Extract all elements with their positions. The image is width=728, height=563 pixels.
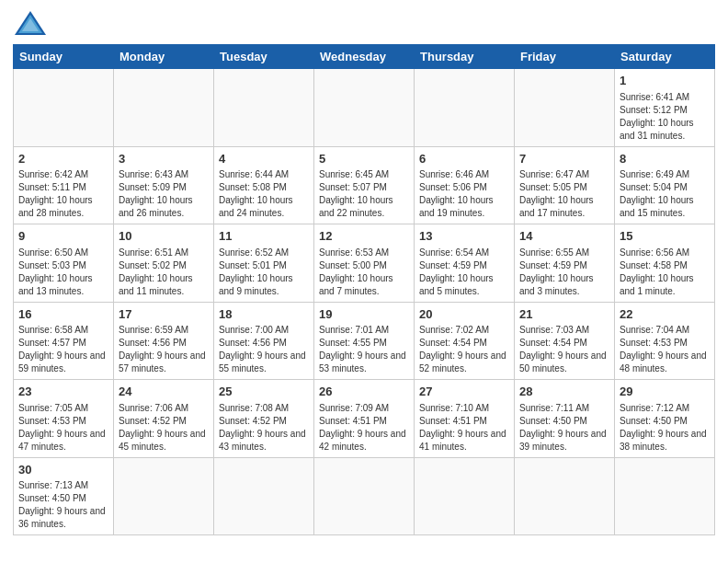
day-number: 20 bbox=[419, 306, 509, 323]
day-number: 17 bbox=[119, 306, 209, 323]
calendar: SundayMondayTuesdayWednesdayThursdayFrid… bbox=[13, 44, 715, 535]
day-number: 14 bbox=[519, 228, 609, 245]
calendar-cell: 10Sunrise: 6:51 AM Sunset: 5:02 PM Dayli… bbox=[114, 224, 214, 303]
day-info: Sunrise: 6:53 AM Sunset: 5:00 PM Dayligh… bbox=[319, 247, 409, 298]
day-info: Sunrise: 6:55 AM Sunset: 4:59 PM Dayligh… bbox=[519, 247, 609, 298]
day-number: 1 bbox=[620, 73, 710, 89]
weekday-header-sunday: Sunday bbox=[14, 45, 114, 69]
calendar-cell: 13Sunrise: 6:54 AM Sunset: 4:59 PM Dayli… bbox=[415, 224, 515, 303]
day-info: Sunrise: 6:42 AM Sunset: 5:11 PM Dayligh… bbox=[18, 168, 108, 220]
day-info: Sunrise: 6:58 AM Sunset: 4:57 PM Dayligh… bbox=[18, 324, 108, 375]
day-number: 3 bbox=[119, 151, 209, 167]
day-info: Sunrise: 7:01 AM Sunset: 4:55 PM Dayligh… bbox=[319, 324, 409, 375]
calendar-cell: 18Sunrise: 7:00 AM Sunset: 4:56 PM Dayli… bbox=[214, 302, 314, 380]
day-number: 30 bbox=[18, 462, 108, 478]
calendar-cell: 1Sunrise: 6:41 AM Sunset: 5:12 PM Daylig… bbox=[615, 69, 715, 147]
day-info: Sunrise: 7:09 AM Sunset: 4:51 PM Dayligh… bbox=[319, 402, 409, 454]
day-info: Sunrise: 6:44 AM Sunset: 5:08 PM Dayligh… bbox=[219, 168, 309, 220]
day-number: 22 bbox=[620, 306, 710, 323]
day-number: 2 bbox=[18, 151, 108, 167]
calendar-week-row: 23Sunrise: 7:05 AM Sunset: 4:53 PM Dayli… bbox=[14, 380, 715, 458]
day-info: Sunrise: 6:51 AM Sunset: 5:02 PM Dayligh… bbox=[119, 247, 209, 298]
day-info: Sunrise: 7:12 AM Sunset: 4:50 PM Dayligh… bbox=[620, 402, 710, 454]
day-number: 21 bbox=[519, 306, 609, 323]
day-number: 6 bbox=[419, 151, 509, 167]
calendar-cell: 23Sunrise: 7:05 AM Sunset: 4:53 PM Dayli… bbox=[14, 380, 114, 458]
day-info: Sunrise: 7:04 AM Sunset: 4:53 PM Dayligh… bbox=[620, 324, 710, 375]
day-number: 11 bbox=[219, 228, 309, 245]
calendar-cell: 7Sunrise: 6:47 AM Sunset: 5:05 PM Daylig… bbox=[515, 146, 615, 224]
day-info: Sunrise: 6:45 AM Sunset: 5:07 PM Dayligh… bbox=[319, 168, 409, 220]
calendar-cell: 14Sunrise: 6:55 AM Sunset: 4:59 PM Dayli… bbox=[515, 224, 615, 303]
weekday-header-thursday: Thursday bbox=[415, 45, 515, 69]
day-info: Sunrise: 6:41 AM Sunset: 5:12 PM Dayligh… bbox=[620, 91, 710, 143]
calendar-cell: 25Sunrise: 7:08 AM Sunset: 4:52 PM Dayli… bbox=[214, 380, 314, 458]
weekday-header-row: SundayMondayTuesdayWednesdayThursdayFrid… bbox=[14, 45, 715, 69]
weekday-header-wednesday: Wednesday bbox=[314, 45, 415, 69]
calendar-cell: 26Sunrise: 7:09 AM Sunset: 4:51 PM Dayli… bbox=[314, 380, 415, 458]
calendar-cell bbox=[14, 69, 114, 147]
weekday-header-saturday: Saturday bbox=[615, 45, 715, 69]
day-info: Sunrise: 7:05 AM Sunset: 4:53 PM Dayligh… bbox=[18, 402, 108, 454]
day-info: Sunrise: 6:46 AM Sunset: 5:06 PM Dayligh… bbox=[419, 168, 509, 220]
calendar-cell: 22Sunrise: 7:04 AM Sunset: 4:53 PM Dayli… bbox=[615, 302, 715, 380]
day-number: 15 bbox=[620, 228, 710, 245]
calendar-cell: 8Sunrise: 6:49 AM Sunset: 5:04 PM Daylig… bbox=[615, 146, 715, 224]
calendar-cell: 5Sunrise: 6:45 AM Sunset: 5:07 PM Daylig… bbox=[314, 146, 415, 224]
calendar-cell bbox=[314, 69, 415, 147]
calendar-cell: 9Sunrise: 6:50 AM Sunset: 5:03 PM Daylig… bbox=[14, 224, 114, 303]
day-number: 26 bbox=[319, 384, 409, 400]
day-number: 10 bbox=[119, 228, 209, 245]
calendar-cell bbox=[314, 457, 415, 535]
calendar-cell bbox=[415, 69, 515, 147]
calendar-cell bbox=[615, 457, 715, 535]
day-number: 23 bbox=[18, 384, 108, 400]
day-info: Sunrise: 7:10 AM Sunset: 4:51 PM Dayligh… bbox=[419, 402, 509, 454]
calendar-cell bbox=[515, 457, 615, 535]
page: SundayMondayTuesdayWednesdayThursdayFrid… bbox=[0, 0, 728, 548]
day-number: 29 bbox=[620, 384, 710, 400]
calendar-cell: 19Sunrise: 7:01 AM Sunset: 4:55 PM Dayli… bbox=[314, 302, 415, 380]
day-number: 24 bbox=[119, 384, 209, 400]
calendar-cell: 15Sunrise: 6:56 AM Sunset: 4:58 PM Dayli… bbox=[615, 224, 715, 303]
calendar-cell bbox=[214, 69, 314, 147]
day-number: 27 bbox=[419, 384, 509, 400]
day-info: Sunrise: 6:49 AM Sunset: 5:04 PM Dayligh… bbox=[620, 168, 710, 220]
day-info: Sunrise: 6:56 AM Sunset: 4:58 PM Dayligh… bbox=[620, 247, 710, 298]
day-info: Sunrise: 7:13 AM Sunset: 4:50 PM Dayligh… bbox=[18, 479, 108, 531]
calendar-cell bbox=[114, 457, 214, 535]
day-info: Sunrise: 6:59 AM Sunset: 4:56 PM Dayligh… bbox=[119, 324, 209, 375]
day-info: Sunrise: 7:00 AM Sunset: 4:56 PM Dayligh… bbox=[219, 324, 309, 375]
day-number: 9 bbox=[18, 228, 108, 245]
calendar-cell: 21Sunrise: 7:03 AM Sunset: 4:54 PM Dayli… bbox=[515, 302, 615, 380]
day-number: 7 bbox=[519, 151, 609, 167]
calendar-cell bbox=[114, 69, 214, 147]
calendar-week-row: 1Sunrise: 6:41 AM Sunset: 5:12 PM Daylig… bbox=[14, 69, 715, 147]
day-number: 28 bbox=[519, 384, 609, 400]
calendar-cell: 16Sunrise: 6:58 AM Sunset: 4:57 PM Dayli… bbox=[14, 302, 114, 380]
weekday-header-tuesday: Tuesday bbox=[214, 45, 314, 69]
header bbox=[13, 9, 715, 39]
calendar-cell: 17Sunrise: 6:59 AM Sunset: 4:56 PM Dayli… bbox=[114, 302, 214, 380]
calendar-cell: 28Sunrise: 7:11 AM Sunset: 4:50 PM Dayli… bbox=[515, 380, 615, 458]
logo-icon bbox=[13, 9, 48, 39]
day-number: 16 bbox=[18, 306, 108, 323]
day-info: Sunrise: 7:03 AM Sunset: 4:54 PM Dayligh… bbox=[519, 324, 609, 375]
day-number: 4 bbox=[219, 151, 309, 167]
calendar-week-row: 30Sunrise: 7:13 AM Sunset: 4:50 PM Dayli… bbox=[14, 457, 715, 535]
day-number: 13 bbox=[419, 228, 509, 245]
day-info: Sunrise: 7:02 AM Sunset: 4:54 PM Dayligh… bbox=[419, 324, 509, 375]
day-number: 5 bbox=[319, 151, 409, 167]
calendar-cell: 24Sunrise: 7:06 AM Sunset: 4:52 PM Dayli… bbox=[114, 380, 214, 458]
day-info: Sunrise: 7:06 AM Sunset: 4:52 PM Dayligh… bbox=[119, 402, 209, 454]
calendar-cell: 27Sunrise: 7:10 AM Sunset: 4:51 PM Dayli… bbox=[415, 380, 515, 458]
calendar-cell: 3Sunrise: 6:43 AM Sunset: 5:09 PM Daylig… bbox=[114, 146, 214, 224]
calendar-cell: 12Sunrise: 6:53 AM Sunset: 5:00 PM Dayli… bbox=[314, 224, 415, 303]
calendar-week-row: 9Sunrise: 6:50 AM Sunset: 5:03 PM Daylig… bbox=[14, 224, 715, 303]
day-info: Sunrise: 6:52 AM Sunset: 5:01 PM Dayligh… bbox=[219, 247, 309, 298]
calendar-cell: 30Sunrise: 7:13 AM Sunset: 4:50 PM Dayli… bbox=[14, 457, 114, 535]
weekday-header-friday: Friday bbox=[515, 45, 615, 69]
calendar-week-row: 16Sunrise: 6:58 AM Sunset: 4:57 PM Dayli… bbox=[14, 302, 715, 380]
day-info: Sunrise: 6:43 AM Sunset: 5:09 PM Dayligh… bbox=[119, 168, 209, 220]
day-info: Sunrise: 7:08 AM Sunset: 4:52 PM Dayligh… bbox=[219, 402, 309, 454]
